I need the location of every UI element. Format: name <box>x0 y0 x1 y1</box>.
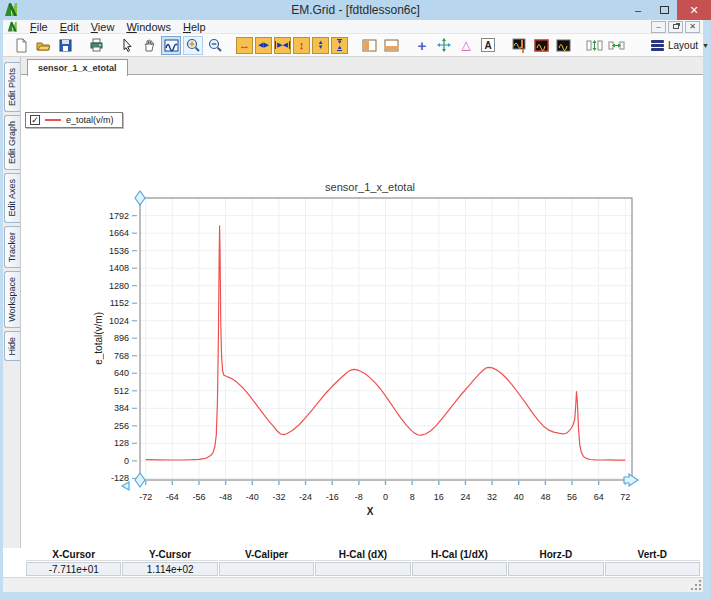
x-tick-label: -48 <box>219 492 232 502</box>
sidebar-tab-label: Edit Plots <box>7 68 17 106</box>
compress-y-button[interactable]: ▲▼ <box>312 37 329 54</box>
restore-icon <box>673 24 679 29</box>
zoom-out-icon <box>207 37 224 54</box>
sidebar-tab-hide[interactable]: Hide <box>4 331 20 362</box>
readout-header: Vert-D <box>605 548 700 561</box>
close-button[interactable]: ✕ <box>677 0 711 20</box>
open-folder-button[interactable] <box>33 36 53 55</box>
y-tick-label: 1536 <box>109 246 129 256</box>
x-tick-label: 16 <box>434 492 444 502</box>
tab-sensor-1-x-etotal[interactable]: sensor_1_x_etotal <box>27 59 128 76</box>
minimize-button[interactable]: – <box>625 0 651 20</box>
compress-x-button[interactable]: ◀▶ <box>255 37 272 54</box>
caliper-triangle-button[interactable]: △ <box>456 36 476 55</box>
x-tick-label: 8 <box>410 492 415 502</box>
x-tick-label: 0 <box>383 492 388 502</box>
pan-hand-button[interactable] <box>139 36 159 55</box>
select-cursor-button[interactable] <box>117 36 137 55</box>
readout-value <box>412 562 507 576</box>
mdi-close-button[interactable]: ✕ <box>685 21 700 33</box>
print-button[interactable] <box>86 36 106 55</box>
readout-value <box>219 562 314 576</box>
x-tick-label: -16 <box>326 492 339 502</box>
mdi-restore-button[interactable] <box>668 21 683 33</box>
new-document-button[interactable] <box>11 36 31 55</box>
x-tick-label: -40 <box>246 492 259 502</box>
sidebar-tab-edit-plots[interactable]: Edit Plots <box>4 62 20 112</box>
save-button[interactable] <box>55 36 75 55</box>
cursor-readout-table: X-CursorY-CursorV-CaliperH-Cal (dX)H-Cal… <box>26 548 700 577</box>
axes-button[interactable] <box>434 36 454 55</box>
y-tick-label: 1280 <box>109 281 129 291</box>
menu-windows[interactable]: Windows <box>120 21 177 33</box>
text-annotation-button[interactable]: A <box>478 36 498 55</box>
toolbar: ↔◀▶▶◀↕▲▼▼▲+△ALayout▼ <box>3 34 703 57</box>
y-tick-label: 1152 <box>110 298 129 308</box>
sidebar-tab-tracker[interactable]: Tracker <box>4 226 20 268</box>
maximize-button[interactable] <box>651 0 677 20</box>
readout-header: H-Cal (dX) <box>315 548 410 561</box>
readout-value <box>605 562 700 576</box>
text-annotation-icon: A <box>481 38 495 52</box>
legend-checkbox[interactable]: ✓ <box>30 115 40 125</box>
x-tick-label: 40 <box>514 492 524 502</box>
sidebar-tab-workspace[interactable]: Workspace <box>4 271 20 328</box>
menu-file[interactable]: File <box>24 21 54 33</box>
workspace: Edit PlotsEdit GraphEdit AxesTrackerWork… <box>3 57 703 548</box>
dock-horizontal-button[interactable] <box>381 36 401 55</box>
menu-edit[interactable]: Edit <box>54 21 85 33</box>
v-spacing-button[interactable] <box>584 36 604 55</box>
dock-vertical-icon <box>361 37 378 54</box>
add-cursor-button[interactable]: + <box>412 36 432 55</box>
v-spacing-icon <box>585 37 603 54</box>
title-bar[interactable]: EM.Grid - [fdtdlesson6c] – ✕ <box>0 0 711 20</box>
document-tab-bar: sensor_1_x_etotal <box>21 57 703 75</box>
mdi-minimize-button[interactable]: – <box>651 21 666 33</box>
x-tick-label: -8 <box>355 492 363 502</box>
expand-y-button[interactable]: ↕ <box>293 37 310 54</box>
axis-handle-top-left[interactable] <box>135 191 145 205</box>
caliper-triangle-icon: △ <box>461 38 470 52</box>
expand-x-button[interactable]: ↔ <box>236 37 253 54</box>
y-tick-label: 0 <box>124 456 129 466</box>
fit-y-button[interactable]: ▼▲ <box>331 37 348 54</box>
save-icon <box>57 37 74 54</box>
plot-window-icon <box>555 37 572 54</box>
chevron-down-icon: ▼ <box>702 42 709 49</box>
legend-box: ✓ e_total(v/m) <box>25 112 123 128</box>
menu-view[interactable]: View <box>85 21 121 33</box>
plot-select-button[interactable] <box>161 36 181 55</box>
y-tick-label: 1792 <box>109 211 129 221</box>
y-tick-label: 768 <box>114 351 129 361</box>
dock-vertical-button[interactable] <box>359 36 379 55</box>
x-tick-label: -72 <box>139 492 152 502</box>
layout-label: Layout <box>668 40 698 51</box>
menu-help[interactable]: Help <box>177 21 212 33</box>
zoom-out-button[interactable] <box>205 36 225 55</box>
plot-marker-icon <box>511 37 528 54</box>
resize-grip[interactable] <box>691 580 701 590</box>
select-cursor-icon <box>119 37 136 54</box>
plot-window-active-button[interactable] <box>531 36 551 55</box>
new-document-icon <box>13 37 30 54</box>
sidebar-tab-edit-axes[interactable]: Edit Axes <box>4 173 20 223</box>
x-tick-label: 48 <box>540 492 550 502</box>
plot-marker-button[interactable] <box>509 36 529 55</box>
zoom-in-button[interactable] <box>183 36 203 55</box>
fit-x-button[interactable]: ▶◀ <box>274 37 291 54</box>
expand-y-icon: ↕ <box>299 39 305 51</box>
y-tick-label: 640 <box>114 368 129 378</box>
axis-handle-arrow-right[interactable] <box>624 474 638 486</box>
app-window: EM.Grid - [fdtdlesson6c] – ✕ FileEditVie… <box>0 0 711 600</box>
plot-window-button[interactable] <box>553 36 573 55</box>
layout-button[interactable]: Layout▼ <box>646 38 711 53</box>
app-client-area: FileEditViewWindowsHelp – ✕ ↔◀▶▶◀↕▲▼▼▲+△… <box>3 20 703 592</box>
sidebar-tab-edit-graph[interactable]: Edit Graph <box>4 115 20 170</box>
chart-plot[interactable]: -72-64-56-48-40-32-24-16-808162432404856… <box>90 177 650 522</box>
axis-handle-bottom-left[interactable] <box>135 473 145 487</box>
zoom-in-icon <box>185 37 202 54</box>
h-spacing-button[interactable] <box>606 36 626 55</box>
y-tick-label: 896 <box>114 333 129 343</box>
menu-bar: FileEditViewWindowsHelp – ✕ <box>3 20 703 34</box>
x-tick-label: 64 <box>594 492 604 502</box>
